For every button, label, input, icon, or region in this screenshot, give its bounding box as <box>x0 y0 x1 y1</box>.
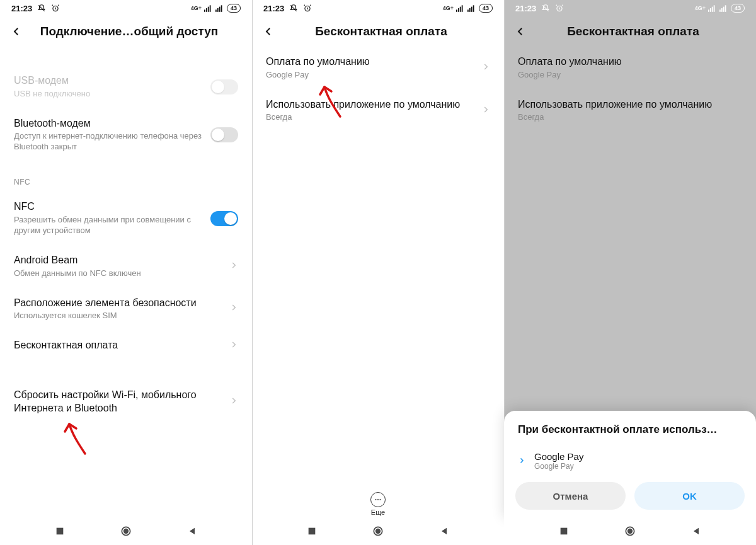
signal-icon <box>708 4 717 12</box>
bluetooth-toggle[interactable] <box>210 127 238 142</box>
status-time: 21:23 <box>515 4 536 13</box>
row-subtitle: Доступ к интернет-подключению телефона ч… <box>14 131 203 152</box>
row-contactless-payment[interactable]: Бесконтактная оплата <box>0 330 252 361</box>
nav-home-icon[interactable] <box>372 525 384 540</box>
row-reset-network[interactable]: Сбросить настройки Wi-Fi, мобильного Инт… <box>0 371 252 424</box>
row-subtitle: Всегда <box>518 112 726 123</box>
row-title: Использовать приложение по умолчанию <box>518 98 726 112</box>
sheet-title: При бесконтактной оплате использ… <box>504 423 756 445</box>
dnd-icon <box>541 4 550 13</box>
chevron-right-icon <box>229 340 238 352</box>
header: Бесконтактная оплата <box>252 16 504 47</box>
svg-rect-29 <box>710 8 711 12</box>
screen-payment-dialog: 21:23 4G+ 43 Бесконтактная оплата Оплата… <box>504 0 756 545</box>
svg-rect-7 <box>219 7 220 12</box>
row-title: Оплата по умолчанию <box>266 55 474 69</box>
svg-rect-14 <box>458 8 459 12</box>
more-icon <box>370 492 386 507</box>
ok-label: OK <box>682 491 697 502</box>
screen-connection-sharing: 21:23 4G+ 43 Подключение…общий доступ US… <box>0 0 252 545</box>
nav-home-icon[interactable] <box>624 525 636 540</box>
status-time: 21:23 <box>263 4 284 13</box>
svg-point-26 <box>376 529 381 534</box>
row-subtitle: Обмен данными по NFC включен <box>14 268 222 279</box>
cancel-button[interactable]: Отмена <box>515 482 626 510</box>
nav-recent-icon[interactable] <box>307 526 317 539</box>
svg-rect-16 <box>462 5 463 11</box>
svg-rect-4 <box>210 5 211 11</box>
svg-rect-18 <box>469 8 471 12</box>
nav-recent-icon[interactable] <box>55 526 65 539</box>
sheet-option-google-pay[interactable]: Google Pay Google Pay <box>504 445 756 482</box>
svg-rect-19 <box>471 7 472 12</box>
back-button[interactable] <box>262 25 275 38</box>
bottom-dock: Еще <box>252 492 504 520</box>
network-label: 4G+ <box>191 5 202 11</box>
more-label: Еще <box>371 508 385 516</box>
row-default-payment[interactable]: Оплата по умолчанию Google Pay <box>252 47 504 89</box>
alarm-icon <box>555 4 564 13</box>
svg-rect-24 <box>309 528 316 535</box>
status-bar: 21:23 4G+ 43 <box>504 0 756 16</box>
more-button[interactable]: Еще <box>370 492 386 516</box>
row-subtitle: Всегда <box>266 112 474 123</box>
row-subtitle: Google Pay <box>518 70 726 81</box>
row-usb-tethering: USB-модем USB не подключено <box>0 66 252 108</box>
row-title: Bluetooth-модем <box>14 117 203 130</box>
battery-indicator: 43 <box>731 4 745 13</box>
option-title: Google Pay <box>534 451 583 462</box>
status-bar: 21:23 4G+ 43 <box>0 0 252 16</box>
row-title: Оплата по умолчанию <box>518 55 726 69</box>
chevron-right-icon <box>481 105 490 117</box>
svg-rect-2 <box>206 8 207 12</box>
nav-back-icon[interactable] <box>187 526 197 539</box>
row-title: Android Beam <box>14 254 222 267</box>
row-subtitle: USB не подключено <box>14 89 203 100</box>
option-subtitle: Google Pay <box>534 462 583 471</box>
signal-icon-2 <box>215 4 224 12</box>
svg-rect-8 <box>221 5 222 11</box>
status-bar: 21:23 4G+ 43 <box>252 0 504 16</box>
svg-rect-20 <box>473 5 474 11</box>
row-android-beam[interactable]: Android Beam Обмен данными по NFC включе… <box>0 245 252 288</box>
svg-rect-15 <box>460 7 461 12</box>
row-default-payment: Оплата по умолчанию Google Pay <box>504 47 756 89</box>
row-title: NFC <box>14 200 203 214</box>
chevron-right-icon <box>481 62 490 74</box>
alarm-icon <box>303 4 312 13</box>
back-button[interactable] <box>514 25 527 38</box>
nav-back-icon[interactable] <box>439 526 449 539</box>
row-title: Расположение элемента безопасности <box>14 297 222 310</box>
svg-rect-28 <box>708 9 709 11</box>
battery-indicator: 43 <box>227 4 241 13</box>
nav-recent-icon[interactable] <box>559 526 569 539</box>
chevron-right-icon <box>229 396 238 408</box>
nav-back-icon[interactable] <box>691 526 701 539</box>
nfc-toggle[interactable] <box>210 211 238 226</box>
android-nav-bar <box>504 520 756 545</box>
header: Подключение…общий доступ <box>0 16 252 47</box>
bottom-sheet: При бесконтактной оплате использ… Google… <box>504 411 756 520</box>
chevron-right-icon <box>229 261 238 272</box>
svg-rect-34 <box>723 7 724 12</box>
svg-rect-6 <box>217 8 219 12</box>
svg-rect-32 <box>719 9 721 11</box>
row-secure-element[interactable]: Расположение элемента безопасности Испол… <box>0 288 252 331</box>
row-subtitle: Разрешить обмен данными при совмещении с… <box>14 215 203 236</box>
back-button[interactable] <box>10 25 23 38</box>
row-title: Бесконтактная оплата <box>14 339 222 352</box>
row-use-default-app[interactable]: Использовать приложение по умолчанию Все… <box>252 89 504 132</box>
svg-rect-36 <box>561 528 568 535</box>
row-bluetooth-tethering[interactable]: Bluetooth-модем Доступ к интернет-подклю… <box>0 108 252 162</box>
chevron-right-icon <box>733 105 742 117</box>
dnd-icon <box>289 4 298 13</box>
signal-icon-2 <box>467 4 476 12</box>
ok-button[interactable]: OK <box>634 482 745 510</box>
nav-home-icon[interactable] <box>120 525 132 540</box>
svg-rect-35 <box>725 5 726 11</box>
svg-point-11 <box>124 529 129 534</box>
signal-icon <box>204 4 213 12</box>
row-nfc[interactable]: NFC Разрешить обмен данными при совмещен… <box>0 192 252 245</box>
screen-contactless-payment: 21:23 4G+ 43 Бесконтактная оплата Оплата… <box>252 0 504 545</box>
svg-rect-9 <box>57 528 64 535</box>
